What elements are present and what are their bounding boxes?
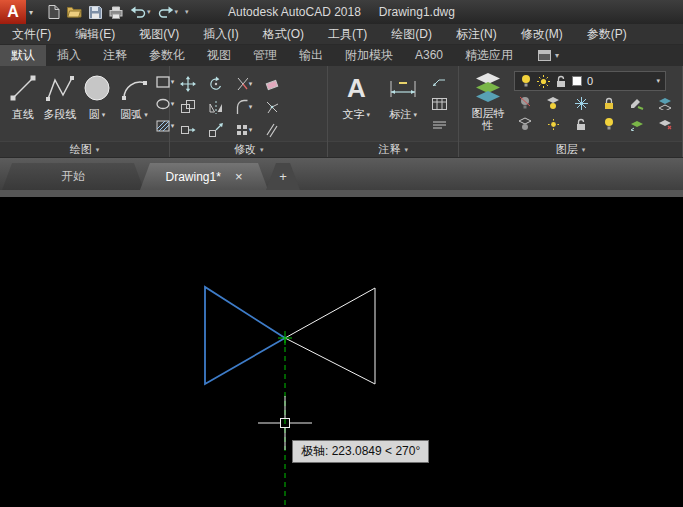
text-tool-button[interactable]: A 文字▾ [334, 69, 378, 141]
mtext-tool-button[interactable] [428, 117, 450, 135]
layer-on-button[interactable] [598, 115, 620, 133]
triangle-entity-left[interactable] [205, 287, 285, 384]
circle-tool-button[interactable]: 圆▾ [80, 69, 114, 141]
dimension-tool-button[interactable]: 标注▾ [381, 69, 425, 141]
panel-layers: 图层特性 0 ▾ [459, 66, 683, 157]
menu-insert[interactable]: 插入(I) [191, 24, 250, 45]
leader-icon [431, 76, 447, 88]
ribbon-tab-annotate[interactable]: 注释 [92, 45, 138, 66]
open-file-button[interactable] [67, 6, 82, 18]
layer-unlock-button[interactable] [570, 115, 592, 133]
copy-tool-button[interactable] [177, 98, 199, 116]
save-button[interactable] [89, 6, 102, 19]
new-drawing-tab-button[interactable]: + [266, 163, 300, 190]
menu-view[interactable]: 视图(V) [127, 24, 191, 45]
menu-edit[interactable]: 编辑(E) [63, 24, 127, 45]
app-menu-button[interactable]: A ▾ [0, 0, 37, 24]
polyline-tool-button[interactable]: 多段线 [43, 69, 77, 141]
layer-unisolate-button[interactable] [514, 115, 536, 133]
explode-tool-button[interactable] [261, 98, 283, 116]
move-icon [180, 76, 196, 92]
file-tab-bar: 开始 Drawing1* × + [0, 158, 683, 190]
array-tool-button[interactable]: ▾ [233, 121, 255, 139]
layer-properties-button[interactable]: 图层特性 [465, 69, 511, 141]
ribbon-tab-parametric[interactable]: 参数化 [138, 45, 196, 66]
layer-isolate-button[interactable] [542, 94, 564, 112]
panel-annotate-footer[interactable]: 注释 ▾ [328, 141, 458, 157]
erase-tool-button[interactable] [261, 75, 283, 93]
triangle-entity-right[interactable] [285, 288, 375, 384]
move-tool-button[interactable] [177, 75, 199, 93]
drawing-area[interactable]: 极轴: 223.0849 < 270° [0, 197, 683, 507]
layer-previous-button[interactable] [626, 115, 648, 133]
ribbon-tab-output[interactable]: 输出 [288, 45, 334, 66]
close-icon[interactable]: × [235, 170, 243, 183]
trim-tool-button[interactable]: ▾ [233, 75, 255, 93]
menu-format[interactable]: 格式(O) [251, 24, 316, 45]
menu-tools[interactable]: 工具(T) [316, 24, 379, 45]
chevron-down-icon[interactable]: ▾ [175, 8, 179, 16]
menu-parametric[interactable]: 参数(P) [575, 24, 639, 45]
polar-tracking-tooltip: 极轴: 223.0849 < 270° [292, 440, 429, 463]
unlock-icon [555, 75, 567, 88]
line-tool-button[interactable]: 直线 [6, 69, 40, 141]
stretch-tool-button[interactable] [177, 121, 199, 139]
file-tab-start[interactable]: 开始 [2, 163, 144, 190]
ribbon-tab-manage[interactable]: 管理 [242, 45, 288, 66]
layer-freeze-button[interactable] [570, 94, 592, 112]
layer-state-button[interactable] [654, 115, 676, 133]
plus-icon: + [279, 169, 287, 184]
panel-layers-footer[interactable]: 图层 ▾ [459, 141, 682, 157]
panel-modify-label: 修改 [234, 142, 256, 157]
ribbon-tab-home[interactable]: 默认 [0, 45, 46, 66]
layer-match-button[interactable] [626, 94, 648, 112]
scale-tool-button[interactable] [205, 121, 227, 139]
menu-draw[interactable]: 绘图(D) [379, 24, 444, 45]
layer-properties-label: 图层特性 [470, 107, 506, 131]
menu-file[interactable]: 文件(F) [0, 24, 63, 45]
array-icon [236, 122, 248, 138]
menu-dimension[interactable]: 标注(N) [444, 24, 509, 45]
table-tool-button[interactable] [428, 95, 450, 113]
layer-off-button[interactable] [514, 94, 536, 112]
text-tool-label: 文字 [343, 107, 365, 122]
layer-state-icon [658, 118, 672, 131]
lock-icon [603, 97, 615, 110]
leader-tool-button[interactable] [428, 73, 450, 91]
layer-select-combo[interactable]: 0 ▾ [514, 71, 666, 91]
layer-thaw-button[interactable] [542, 115, 564, 133]
file-tab-drawing1[interactable]: Drawing1* × [140, 163, 268, 190]
chevron-down-icon: ▾ [414, 111, 418, 119]
match-layer-icon [630, 97, 644, 110]
chevron-down-icon[interactable]: ▾ [147, 8, 151, 16]
undo-button[interactable]: ▾ [130, 6, 151, 18]
mirror-tool-button[interactable] [205, 98, 227, 116]
ribbon-tab-view[interactable]: 视图 [196, 45, 242, 66]
ribbon-tab-a360[interactable]: A360 [404, 45, 454, 66]
panel-draw-footer[interactable]: 绘图 ▾ [0, 141, 169, 157]
bulb-off-icon [519, 96, 531, 110]
rotate-tool-button[interactable] [205, 75, 227, 93]
layer-lock-button[interactable] [598, 94, 620, 112]
new-file-button[interactable] [47, 5, 60, 19]
redo-button[interactable]: ▾ [158, 6, 179, 18]
chevron-down-icon: ▾ [555, 45, 559, 66]
ribbon-tab-insert[interactable]: 插入 [46, 45, 92, 66]
ribbon-tab-addins[interactable]: 附加模块 [334, 45, 404, 66]
chevron-down-icon: ▾ [185, 8, 189, 16]
layer-walk-button[interactable] [654, 94, 676, 112]
chevron-down-icon[interactable]: ▾ [656, 77, 660, 85]
arc-tool-button[interactable]: 圆弧▾ [117, 69, 151, 141]
offset-tool-button[interactable] [261, 121, 283, 139]
ribbon-tab-featured-apps[interactable]: 精选应用 [454, 45, 524, 66]
undo-icon [130, 6, 146, 18]
qat-customize-button[interactable]: ▾ [185, 8, 189, 16]
ribbon-display-toggle[interactable]: ▾ [538, 45, 559, 66]
ellipse-icon [156, 98, 170, 110]
layer-properties-icon [472, 69, 504, 107]
panel-modify: ▾ ▾ ▾ 修改 ▾ [170, 66, 328, 157]
menu-modify[interactable]: 修改(M) [509, 24, 575, 45]
fillet-tool-button[interactable]: ▾ [233, 98, 255, 116]
plot-button[interactable] [109, 6, 123, 19]
panel-modify-footer[interactable]: 修改 ▾ [170, 141, 327, 157]
